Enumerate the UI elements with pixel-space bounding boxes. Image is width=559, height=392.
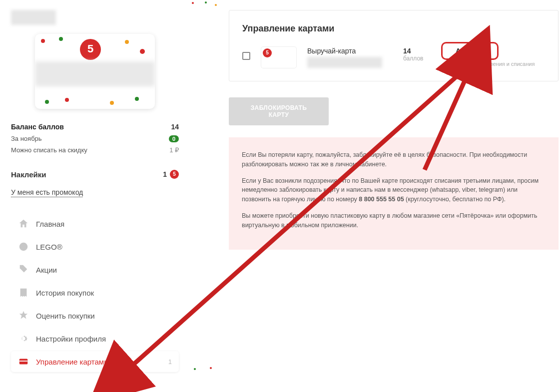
loyalty-card [11, 34, 179, 109]
card-list-row: Выручай-карта 14 баллов Активна доступны… [242, 47, 545, 68]
discount-row: Можно списать на скидку 1 ₽ [11, 146, 179, 154]
stickers-label: Наклейки [11, 170, 46, 179]
username-placeholder [11, 10, 56, 25]
balance-month-row: За ноябрь 0 [11, 135, 179, 142]
card-number-placeholder [307, 57, 382, 68]
svg-point-0 [19, 243, 28, 251]
nav-home-label: Главная [36, 220, 64, 228]
home-icon [18, 218, 29, 229]
nav-rate[interactable]: Оценить покупки [11, 305, 179, 326]
nav-cards-count: 1 [168, 358, 172, 366]
lego-icon [18, 241, 29, 252]
card-status: Активна [456, 47, 484, 55]
card-thumbnail [261, 47, 296, 68]
nav-lego[interactable]: LEGO® [11, 236, 179, 257]
balance-value: 14 [171, 123, 179, 131]
stickers-count: 1 [163, 170, 167, 178]
balance-month-badge: 0 [169, 135, 179, 142]
nav-rate-label: Оценить покупки [36, 312, 95, 320]
nav-history-label: История покупок [36, 289, 94, 297]
tag-icon [18, 264, 29, 275]
nav-cards-label: Управление картами [36, 358, 108, 366]
receipt-icon [18, 287, 29, 298]
nav-promo-label: Акции [36, 266, 57, 274]
card-icon [18, 356, 29, 367]
promo-code-link[interactable]: У меня есть промокод [11, 188, 83, 196]
card-status-sub: доступны начисления и списания [449, 61, 545, 67]
main-content: Управление картами Выручай-карта [190, 0, 559, 372]
stickers-row: Наклейки 1 [11, 170, 179, 179]
stickers-count-wrap: 1 [163, 170, 179, 179]
balance-label: Баланс баллов [11, 123, 64, 131]
balance-row: Баланс баллов 14 [11, 123, 179, 131]
balance-month-label: За ноябрь [11, 135, 42, 142]
discount-value: 1 ₽ [169, 146, 179, 154]
nav-cards[interactable]: Управление картами 1 [11, 351, 179, 372]
nav-home[interactable]: Главная [11, 213, 179, 234]
nav-settings-label: Настройки профиля [36, 335, 106, 343]
gear-icon [18, 333, 29, 344]
status-highlight-box: Активна [441, 42, 499, 60]
cards-panel: Управление картами Выручай-карта [229, 10, 559, 81]
nav-lego-label: LEGO® [36, 243, 62, 251]
sidebar: Баланс баллов 14 За ноябрь 0 Можно списа… [0, 0, 190, 372]
nav-promo[interactable]: Акции [11, 259, 179, 280]
svg-rect-2 [19, 361, 28, 362]
nav-settings[interactable]: Настройки профиля [11, 328, 179, 349]
star-icon [18, 310, 29, 321]
sticker-icon [170, 170, 179, 179]
discount-label: Можно списать на скидку [11, 146, 87, 154]
nav-history[interactable]: История покупок [11, 282, 179, 303]
sidebar-nav: Главная LEGO® Акции История покупок [11, 213, 179, 372]
card-status-col: Активна доступны начисления и списания [449, 47, 545, 67]
